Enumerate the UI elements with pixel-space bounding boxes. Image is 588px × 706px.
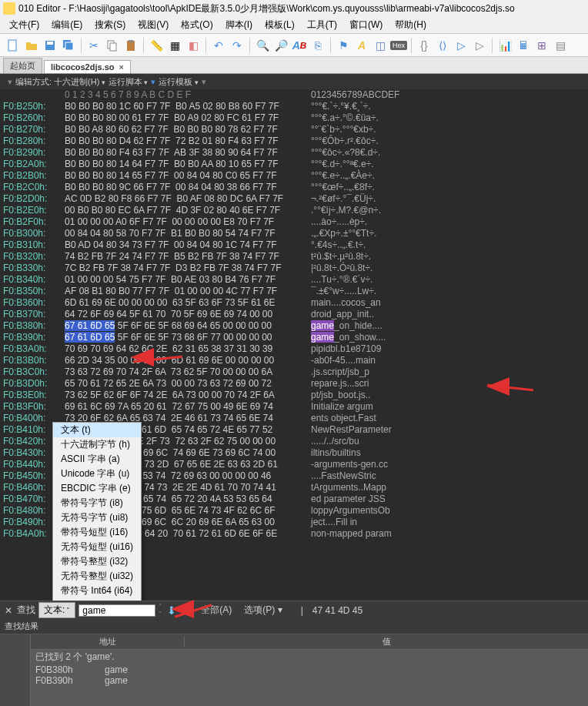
hex-row[interactable]: F0:B290h:B0 B0 B0 80 F4 63 F7 7F AB 3F 3…	[0, 147, 588, 159]
hex-row[interactable]: F0:B390h:67 61 6D 65 5F 6F 6E 5F 73 68 6…	[0, 332, 588, 343]
menu-edit[interactable]: 编辑(E)	[45, 18, 89, 32]
menu-format[interactable]: 格式(O)	[175, 18, 219, 32]
menu-help[interactable]: 帮助(H)	[389, 18, 433, 32]
close-find-icon[interactable]: ✕	[5, 605, 14, 616]
cut-button[interactable]: ✂	[85, 37, 102, 54]
run-script-dropdown[interactable]: 运行脚本	[109, 76, 149, 88]
results-title: 查找结果	[0, 619, 588, 634]
menu-template[interactable]: 模板(L)	[259, 18, 301, 32]
calc-button[interactable]: 🖩	[515, 37, 532, 54]
hex-row[interactable]: F0:B2F0h:01 00 00 00 A0 6F F7 7F 00 00 0…	[0, 216, 588, 228]
tab-start[interactable]: 起始页	[3, 58, 42, 73]
menu-item[interactable]: 无符号 Int64 (ui64)	[53, 598, 141, 601]
tab-file[interactable]: libcocos2djs.so×	[44, 60, 131, 73]
menu-item[interactable]: 无符号短型 (ui16)	[53, 540, 141, 554]
menu-item[interactable]: 十六进制字节 (h)	[53, 437, 141, 452]
hex-row[interactable]: F0:B3C0h:73 63 72 69 70 74 2F 6A 73 62 5…	[0, 366, 588, 378]
menu-item[interactable]: ASCII 字串 (a)	[53, 452, 141, 467]
menu-search[interactable]: 搜索(S)	[89, 18, 132, 32]
hex-row[interactable]: F0:B280h:B0 B0 B0 80 D4 62 F7 7F 72 B2 0…	[0, 136, 588, 147]
hex-row[interactable]: F0:B3F0h:69 61 6C 69 7A 65 20 61 72 67 7…	[0, 401, 588, 413]
find-files-button[interactable]: 🔎	[272, 37, 289, 54]
mark-button[interactable]: ◧	[185, 37, 202, 54]
menu-item[interactable]: 文本 (t)	[53, 423, 141, 437]
hex-row[interactable]: F0:B3B0h:66 2D 34 35 00 00 00 00 6D 61 6…	[0, 355, 588, 366]
tpl2-button[interactable]: ⟨⟩	[434, 37, 451, 54]
menu-window[interactable]: 窗口(W)	[343, 18, 389, 32]
menu-item[interactable]: 无符号字节 (ui8)	[53, 510, 141, 525]
find-options-button[interactable]: 选项(P) ▾	[239, 604, 286, 617]
svg-rect-6	[110, 43, 116, 51]
undo-button[interactable]: ↶	[210, 37, 227, 54]
console-button[interactable]: ▤	[552, 37, 569, 54]
run-template-dropdown[interactable]: 运行模板	[159, 76, 199, 88]
svg-rect-2	[47, 42, 53, 45]
compare-button[interactable]: ◫	[372, 37, 389, 54]
inspector-button[interactable]: 📊	[496, 37, 513, 54]
redo-button[interactable]: ↷	[229, 37, 246, 54]
paste-button[interactable]	[122, 37, 139, 54]
hex-mode-button[interactable]: Hex	[390, 37, 407, 54]
result-row[interactable]: F0B380h game	[31, 664, 588, 675]
menu-item[interactable]: 无符号整型 (ui32)	[53, 569, 141, 584]
menu-item[interactable]: Unicode 字串 (u)	[53, 467, 141, 481]
hex-row[interactable]: F0:B2B0h:B0 B0 B0 80 14 65 F7 7F 00 84 0…	[0, 170, 588, 182]
save-button[interactable]	[42, 37, 58, 54]
run2-button[interactable]: ▷	[471, 37, 488, 54]
hex-row[interactable]: F0:B2A0h:B0 B0 B0 80 14 64 F7 7F B0 B0 A…	[0, 159, 588, 170]
replace-button[interactable]: AB	[291, 37, 308, 54]
grid-button[interactable]: ▦	[166, 37, 183, 54]
menu-view[interactable]: 视图(V)	[132, 18, 175, 32]
run-button[interactable]: ▷	[453, 37, 469, 54]
hex-row[interactable]: F0:B350h:AF 08 B1 80 B0 77 F7 7F 01 00 0…	[0, 286, 588, 297]
find-bar: ✕ 查找 文本: ˄˅ ⬇ ⬆ 全部(A) 选项(P) ▾ | 47 41 4D…	[0, 601, 588, 619]
tab-bar: 起始页 libcocos2djs.so×	[0, 57, 588, 74]
toolbar: ✂ 📏 ▦ ◧ ↶ ↷ 🔍 🔎 AB ⎘ ⚑ A ◫ Hex {} ⟨⟩ ▷ ▷…	[0, 34, 588, 57]
hex-row[interactable]: F0:B310h:B0 AD 04 80 34 73 F7 7F 00 84 0…	[0, 239, 588, 251]
window-title: 010 Editor - F:\Haosiji\gagatools\tool\A…	[18, 2, 515, 15]
close-icon[interactable]: ×	[119, 62, 124, 72]
hex-row[interactable]: F0:B320h:74 B2 FB 7F 24 74 F7 7F B5 B2 F…	[0, 251, 588, 263]
edit-mode-dropdown[interactable]: 编辑方式: 十六进制(H)	[15, 76, 105, 88]
app-icon	[3, 2, 15, 15]
menu-item[interactable]: 带符号整型 (i32)	[53, 554, 141, 569]
hex-row[interactable]: F0:B2E0h:00 B0 B0 80 EC 6A F7 7F 4D 3F 0…	[0, 205, 588, 216]
hex-row[interactable]: F0:B270h:B0 B0 A8 80 60 62 F7 7F B0 B0 B…	[0, 124, 588, 136]
hex-row[interactable]: F0:B300h:00 84 04 80 58 70 F7 7F B1 B0 B…	[0, 228, 588, 239]
hex-row[interactable]: F0:B380h:67 61 6D 65 5F 6F 6E 5F 68 69 6…	[0, 320, 588, 332]
menu-item[interactable]: 带符号 Int64 (i64)	[53, 584, 141, 598]
find-all-button[interactable]: 全部(A)	[196, 604, 236, 617]
tpl1-button[interactable]: {}	[416, 37, 433, 54]
hex-row[interactable]: F0:B260h:B0 B0 B0 80 00 61 F7 7F B0 A9 0…	[0, 112, 588, 124]
new-button[interactable]	[5, 37, 22, 54]
highlight-button[interactable]: A	[353, 37, 370, 54]
open-button[interactable]	[23, 37, 40, 54]
vars-button[interactable]: ⊞	[533, 37, 550, 54]
result-row[interactable]: F0B390h game	[31, 675, 588, 686]
svg-rect-4	[65, 42, 73, 50]
goto-button[interactable]: ⎘	[309, 37, 326, 54]
hex-row[interactable]: F0:B2D0h:AC 0D B2 80 F8 66 F7 7F B0 AF 0…	[0, 193, 588, 205]
ruler-button[interactable]: 📏	[148, 37, 165, 54]
hex-row[interactable]: F0:B3A0h:70 69 70 69 64 62 6C 2E 62 31 6…	[0, 343, 588, 355]
menu-item[interactable]: 带符号短型 (i16)	[53, 525, 141, 540]
menu-tools[interactable]: 工具(T)	[301, 18, 343, 32]
bookmark-button[interactable]: ⚑	[335, 37, 352, 54]
menu-item[interactable]: EBCDIC 字串 (e)	[53, 481, 141, 496]
hex-row[interactable]: F0:B2C0h:B0 B0 B0 80 9C 66 F7 7F 00 84 0…	[0, 182, 588, 193]
find-input[interactable]	[79, 604, 155, 617]
save-all-button[interactable]	[60, 37, 77, 54]
hex-row[interactable]: F0:B340h:01 00 00 00 54 75 F7 7F B0 AE 0…	[0, 274, 588, 286]
hex-row[interactable]: F0:B360h:6D 61 69 6E 00 00 00 00 63 5F 6…	[0, 297, 588, 309]
title-bar: 010 Editor - F:\Haosiji\gagatools\tool\A…	[0, 0, 588, 17]
find-type-dropdown[interactable]: 文本:	[38, 602, 75, 618]
menu-item[interactable]: 带符号字节 (i8)	[53, 496, 141, 510]
copy-button[interactable]	[104, 37, 121, 54]
find-button[interactable]: 🔍	[254, 37, 271, 54]
hex-row[interactable]: F0:B330h:7C B2 FB 7F 38 74 F7 7F D3 B2 F…	[0, 263, 588, 274]
hex-row[interactable]: F0:B370h:64 72 6F 69 64 5F 61 70 70 5F 6…	[0, 309, 588, 320]
menu-file[interactable]: 文件(F)	[3, 18, 45, 32]
hex-row[interactable]: F0:B250h:B0 B0 B0 80 1C 60 F7 7F B0 A5 0…	[0, 101, 588, 112]
menu-script[interactable]: 脚本(I)	[219, 18, 259, 32]
hex-editor[interactable]: 0 1 2 3 4 5 6 7 8 9 A B C D E F 01234567…	[0, 89, 588, 601]
